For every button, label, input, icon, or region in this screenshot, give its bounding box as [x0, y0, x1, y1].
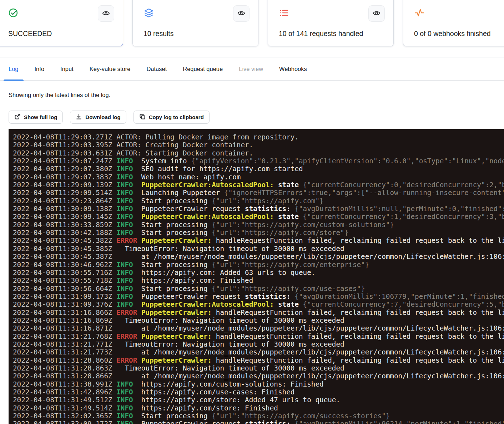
log-line: 2022-04-08T11:31:28.863Z TimeoutError: N…	[13, 364, 504, 372]
log-line: 2022-04-08T11:29:09.514Z INFO Launching …	[13, 189, 504, 197]
log-line: 2022-04-08T11:30:45.382Z ERROR Puppeteer…	[13, 237, 504, 245]
log-line: 2022-04-08T11:31:49.514Z INFO https://ap…	[13, 404, 504, 412]
log-actions: Show full log Download log Copy log to c…	[9, 111, 210, 124]
status-card-succeeded[interactable]: SUCCEEDED	[0, 0, 123, 46]
show-full-log-label: Show full log	[24, 114, 57, 120]
log-line: 2022-04-08T11:32:02.365Z INFO Start proc…	[13, 412, 504, 420]
eye-icon	[237, 9, 245, 18]
log-line: 2022-04-08T11:31:16.869Z TimeoutError: N…	[13, 317, 504, 325]
log-line: 2022-04-08T11:29:03.271Z ACTOR: Pulling …	[13, 133, 504, 141]
eye-button[interactable]	[368, 5, 385, 22]
log-line: 2022-04-08T11:31:49.512Z INFO https://ap…	[13, 396, 504, 404]
eye-icon	[373, 9, 380, 18]
log-line: 2022-04-08T11:30:46.962Z INFO Start proc…	[13, 261, 504, 269]
log-line: 2022-04-08T11:32:09.172Z INFO PuppeteerC…	[13, 420, 504, 424]
log-line: 2022-04-08T11:31:16.871Z at /home/myuser…	[13, 325, 504, 332]
log-line: 2022-04-08T11:31:21.768Z ERROR Puppeteer…	[13, 333, 504, 341]
log-line: 2022-04-08T11:30:55.718Z INFO https://ap…	[13, 277, 504, 285]
log-line: 2022-04-08T11:29:07.247Z INFO System inf…	[13, 157, 504, 165]
download-icon	[76, 113, 82, 121]
tab-input[interactable]: Input	[55, 57, 79, 80]
log-line: 2022-04-08T11:31:42.896Z INFO https://ap…	[13, 388, 504, 396]
status-card-requests[interactable]: 10 of 141 requests handled	[268, 0, 394, 46]
tab-key-value-store[interactable]: Key-value store	[85, 57, 136, 80]
log-line: 2022-04-08T11:30:42.188Z INFO Start proc…	[13, 229, 504, 237]
log-note: Showing only the latest lines of the log…	[9, 92, 110, 98]
status-cards-row: SUCCEEDED 10 results	[0, 0, 504, 46]
status-card-label: SUCCEEDED	[8, 30, 52, 38]
status-card-webhooks[interactable]: 0 of 0 webhooks finished	[403, 0, 504, 46]
results-card-label: 10 results	[143, 30, 174, 38]
status-card-results[interactable]: 10 results	[132, 0, 258, 46]
log-line: 2022-04-08T11:31:16.866Z ERROR Puppeteer…	[13, 309, 504, 317]
copy-icon	[139, 113, 146, 121]
tab-info[interactable]: Info	[30, 57, 50, 80]
log-line: 2022-04-08T11:29:07.383Z INFO Web host n…	[13, 173, 504, 181]
eye-button[interactable]	[233, 5, 250, 22]
requests-card-label: 10 of 141 requests handled	[279, 30, 363, 38]
download-log-label: Download log	[85, 114, 120, 120]
webhooks-card-label: 0 of 0 webhooks finished	[414, 30, 491, 38]
check-circle-icon	[8, 7, 19, 18]
log-line: 2022-04-08T11:31:38.991Z INFO https://ap…	[13, 380, 504, 388]
log-line: 2022-04-08T11:30:55.716Z INFO https://ap…	[13, 269, 504, 277]
show-full-log-button[interactable]: Show full log	[9, 111, 63, 124]
log-line: 2022-04-08T11:30:09.145Z INFO PuppeteerC…	[13, 213, 504, 221]
log-line: 2022-04-08T11:31:21.773Z at /home/myuser…	[13, 348, 504, 356]
log-panel[interactable]: 2022-04-08T11:29:03.271Z ACTOR: Pulling …	[9, 129, 504, 424]
copy-log-button[interactable]: Copy log to clipboard	[133, 111, 210, 124]
tab-bar: LogInfoInputKey-value storeDatasetReques…	[0, 57, 504, 81]
log-line: 2022-04-08T11:29:07.380Z INFO SEO audit …	[13, 165, 504, 173]
list-icon	[279, 7, 289, 18]
log-line: 2022-04-08T11:31:21.771Z TimeoutError: N…	[13, 341, 504, 348]
log-line: 2022-04-08T11:29:23.864Z INFO Start proc…	[13, 197, 504, 205]
download-log-button[interactable]: Download log	[70, 111, 126, 124]
eye-icon	[102, 9, 110, 18]
tab-webhooks[interactable]: Webhooks	[274, 57, 312, 80]
log-line: 2022-04-08T11:30:09.138Z INFO PuppeteerC…	[13, 205, 504, 213]
external-link-icon	[14, 113, 21, 121]
tab-request-queue[interactable]: Request queue	[178, 57, 228, 80]
log-line: 2022-04-08T11:29:03.395Z ACTOR: Creating…	[13, 141, 504, 149]
log-line: 2022-04-08T11:31:09.376Z INFO PuppeteerC…	[13, 301, 504, 308]
activity-icon	[414, 7, 425, 18]
log-line: 2022-04-08T11:30:33.859Z INFO Start proc…	[13, 221, 504, 229]
tab-log[interactable]: Log	[4, 57, 24, 80]
log-line: 2022-04-08T11:29:03.631Z ACTOR: Starting…	[13, 149, 504, 157]
tab-live-view[interactable]: Live view	[234, 57, 268, 80]
log-line: 2022-04-08T11:31:09.173Z INFO PuppeteerC…	[13, 293, 504, 301]
log-line: 2022-04-08T11:30:45.385Z TimeoutError: N…	[13, 245, 504, 253]
log-line: 2022-04-08T11:30:45.387Z at /home/myuser…	[13, 253, 504, 261]
tab-dataset[interactable]: Dataset	[141, 57, 172, 80]
eye-button[interactable]	[98, 5, 114, 22]
log-line: 2022-04-08T11:31:28.866Z at /home/myuser…	[13, 372, 504, 380]
log-line: 2022-04-08T11:31:28.860Z ERROR Puppeteer…	[13, 357, 504, 364]
layers-icon	[143, 7, 154, 18]
log-line: 2022-04-08T11:30:56.664Z INFO Start proc…	[13, 285, 504, 293]
copy-log-label: Copy log to clipboard	[149, 114, 204, 120]
log-line: 2022-04-08T11:29:09.139Z INFO PuppeteerC…	[13, 181, 504, 189]
